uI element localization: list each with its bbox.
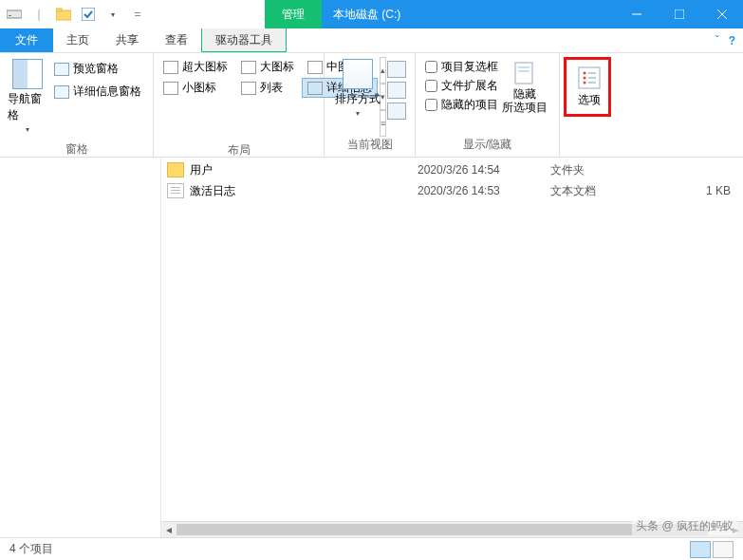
folder-icon xyxy=(167,162,184,177)
file-name: 激活日志 xyxy=(190,183,418,199)
preview-pane-icon xyxy=(54,63,69,76)
preview-pane-label: 预览窗格 xyxy=(73,61,119,77)
ribbon-group-current-view: 排序方式 ▾ 当前视图 xyxy=(325,53,416,157)
tab-file[interactable]: 文件 xyxy=(0,28,53,52)
minimize-button[interactable] xyxy=(615,0,658,28)
file-list[interactable]: 用户 2020/3/26 14:54 文件夹 激活日志 2020/3/26 14… xyxy=(161,158,743,537)
help-icon[interactable]: ? xyxy=(729,34,735,47)
list-item[interactable]: 激活日志 2020/3/26 14:53 文本文档 1 KB xyxy=(161,180,743,201)
thumbnails-view-toggle[interactable] xyxy=(713,541,734,558)
medium-icon xyxy=(307,61,323,74)
ribbon: 导航窗格 ▾ 预览窗格 详细信息窗格 窗格 超大图标 大图标 中图标 小图标 列… xyxy=(0,53,743,158)
sort-button[interactable]: 排序方式 ▾ xyxy=(330,57,385,120)
checkbox-input[interactable] xyxy=(425,99,437,111)
options-highlight: 选项 xyxy=(564,57,611,117)
group-label-current-view: 当前视图 xyxy=(325,135,415,157)
layout-small[interactable]: 小图标 xyxy=(158,78,233,98)
checkbox-item-checkboxes[interactable]: 项目复选框 xyxy=(425,59,498,75)
svg-rect-0 xyxy=(7,10,22,18)
qat-sep: | xyxy=(28,4,49,25)
layout-label: 小图标 xyxy=(182,80,216,96)
layout-extra-large[interactable]: 超大图标 xyxy=(158,57,233,77)
tab-share[interactable]: 共享 xyxy=(102,28,152,52)
svg-point-17 xyxy=(584,82,586,84)
file-type: 文本文档 xyxy=(550,183,664,199)
chk-label: 隐藏的项目 xyxy=(441,97,498,113)
navigation-pane[interactable] xyxy=(0,158,161,537)
checkbox-input[interactable] xyxy=(425,61,437,73)
checkbox-hidden-items[interactable]: 隐藏的项目 xyxy=(425,97,498,113)
ribbon-collapse-icon[interactable]: ˇ xyxy=(715,34,719,47)
window-title: 本地磁盘 (C:) xyxy=(322,0,615,28)
add-columns-icon[interactable] xyxy=(387,82,406,99)
scroll-thumb[interactable] xyxy=(176,524,708,535)
preview-pane-button[interactable]: 预览窗格 xyxy=(50,59,145,79)
svg-rect-9 xyxy=(515,63,532,84)
file-type: 文件夹 xyxy=(550,162,664,178)
ribbon-group-show-hide: 项目复选框 文件扩展名 隐藏的项目 隐藏 所选项目 显示/隐藏 xyxy=(416,53,560,157)
svg-point-15 xyxy=(584,77,586,80)
checkbox-input[interactable] xyxy=(425,80,437,92)
details-view-toggle[interactable] xyxy=(690,541,711,558)
scroll-left-icon[interactable]: ◂ xyxy=(161,522,176,537)
tab-drive-tools[interactable]: 驱动器工具 xyxy=(201,28,287,52)
file-name: 用户 xyxy=(190,162,418,178)
svg-rect-10 xyxy=(518,66,529,68)
group-by-icon[interactable] xyxy=(387,61,406,78)
qat-overflow[interactable]: = xyxy=(127,4,148,25)
nav-pane-icon xyxy=(12,59,43,89)
nav-pane-label: 导航窗格 xyxy=(8,91,46,123)
details-pane-label: 详细信息窗格 xyxy=(73,84,141,100)
drive-icon xyxy=(4,4,25,25)
details-pane-icon xyxy=(54,85,69,99)
svg-rect-4 xyxy=(82,8,95,21)
layout-list[interactable]: 列表 xyxy=(235,78,300,98)
title-bar: | ▾ = 管理 本地磁盘 (C:) xyxy=(0,0,743,28)
size-columns-icon[interactable] xyxy=(387,103,406,120)
ribbon-group-layout: 超大图标 大图标 中图标 小图标 列表 详细信息 ▴ ▾ ≡ 布局 xyxy=(154,53,325,157)
sort-label: 排序方式 xyxy=(335,91,381,107)
folder-icon[interactable] xyxy=(53,4,74,25)
svg-rect-3 xyxy=(56,9,62,11)
status-bar: 4 个项目 xyxy=(0,537,743,560)
svg-rect-11 xyxy=(518,70,529,72)
ribbon-group-options: 选项 xyxy=(560,53,615,157)
content-area: 用户 2020/3/26 14:54 文件夹 激活日志 2020/3/26 14… xyxy=(0,158,743,537)
svg-point-13 xyxy=(584,72,586,75)
options-button[interactable]: 选项 xyxy=(570,64,608,110)
text-file-icon xyxy=(167,183,184,198)
chk-label: 项目复选框 xyxy=(441,59,498,75)
options-label: 选项 xyxy=(578,92,601,108)
file-size: 1 KB xyxy=(664,184,731,197)
ribbon-group-panes: 导航窗格 ▾ 预览窗格 详细信息窗格 窗格 xyxy=(0,53,154,157)
context-tab-manage[interactable]: 管理 xyxy=(265,0,322,28)
file-date: 2020/3/26 14:53 xyxy=(418,184,550,197)
layout-label: 列表 xyxy=(260,80,283,96)
chk-label: 文件扩展名 xyxy=(441,78,498,94)
properties-icon[interactable] xyxy=(78,4,99,25)
status-text: 4 个项目 xyxy=(9,541,53,557)
ribbon-tabs: 文件 主页 共享 查看 驱动器工具 ˇ ? xyxy=(0,28,743,53)
layout-label: 大图标 xyxy=(260,59,294,75)
list-icon xyxy=(241,82,256,95)
maximize-button[interactable] xyxy=(658,0,700,28)
watermark: 头条 @ 疯狂的蚂蚁 xyxy=(632,517,737,535)
close-button[interactable] xyxy=(700,0,743,28)
hide-selected-icon xyxy=(511,59,538,85)
window-controls xyxy=(615,0,743,28)
tab-home[interactable]: 主页 xyxy=(53,28,102,52)
layout-large[interactable]: 大图标 xyxy=(235,57,300,77)
checkbox-file-extensions[interactable]: 文件扩展名 xyxy=(425,78,498,94)
layout-label: 超大图标 xyxy=(182,59,228,75)
group-label-show-hide: 显示/隐藏 xyxy=(416,135,559,157)
qat-dropdown-icon[interactable]: ▾ xyxy=(102,4,123,25)
chevron-down-icon: ▾ xyxy=(356,109,360,118)
svg-rect-1 xyxy=(9,15,11,16)
tab-view[interactable]: 查看 xyxy=(152,28,201,52)
nav-pane-button[interactable]: 导航窗格 ▾ xyxy=(6,57,48,136)
details-pane-button[interactable]: 详细信息窗格 xyxy=(50,82,145,102)
hide-selected-button[interactable]: 隐藏 所选项目 xyxy=(502,57,548,117)
list-item[interactable]: 用户 2020/3/26 14:54 文件夹 xyxy=(161,159,743,180)
small-icon xyxy=(163,82,178,95)
sort-icon xyxy=(343,59,373,89)
